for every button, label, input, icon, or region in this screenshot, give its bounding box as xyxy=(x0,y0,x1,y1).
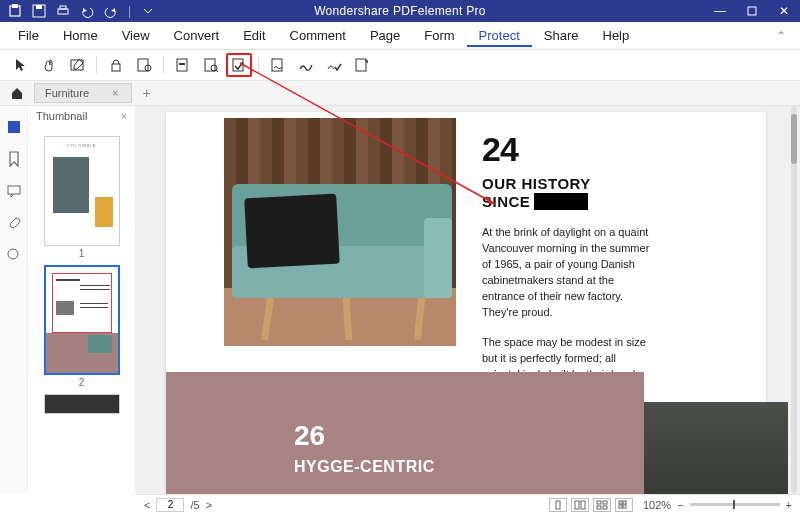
menu-form[interactable]: Form xyxy=(412,24,466,47)
svg-rect-33 xyxy=(623,501,626,504)
permissions-button[interactable] xyxy=(131,53,157,77)
clear-signatures-button[interactable] xyxy=(349,53,375,77)
print-icon[interactable] xyxy=(56,4,70,18)
svg-rect-5 xyxy=(60,6,66,9)
maximize-button[interactable] xyxy=(736,0,768,22)
page-content: 24 OUR HISTORY SINCE At the brink of day… xyxy=(166,112,766,494)
svg-rect-17 xyxy=(272,59,282,71)
add-tab-button[interactable]: + xyxy=(132,85,160,101)
title-bar: | Wondershare PDFelement Pro — ✕ xyxy=(0,0,800,22)
validate-signatures-button[interactable] xyxy=(321,53,347,77)
zoom-out-button[interactable]: − xyxy=(677,499,683,511)
menu-file[interactable]: File xyxy=(6,24,51,47)
menu-convert[interactable]: Convert xyxy=(162,24,232,47)
toolbar-separator xyxy=(163,56,164,74)
zoom-level-label: 102% xyxy=(643,499,671,511)
svg-rect-30 xyxy=(597,506,601,509)
svg-rect-8 xyxy=(112,64,120,71)
qat-dropdown-icon[interactable] xyxy=(141,4,155,18)
apply-redaction-button[interactable] xyxy=(226,53,252,77)
svg-rect-21 xyxy=(8,186,20,194)
prev-page-button[interactable]: < xyxy=(144,499,150,511)
svg-rect-20 xyxy=(8,121,20,133)
next-page-button[interactable]: > xyxy=(206,499,212,511)
page-total-label: /5 xyxy=(190,499,199,511)
zoom-control: 102% − + xyxy=(643,499,792,511)
edit-tool-button[interactable] xyxy=(64,53,90,77)
thumbnail-page-1[interactable]: COLOMBIA 1 xyxy=(44,136,120,259)
collapse-ribbon-icon[interactable]: ⌃ xyxy=(768,29,794,43)
thumbnail-number: 1 xyxy=(44,248,120,259)
view-mode-group xyxy=(549,498,633,512)
mark-redaction-button[interactable] xyxy=(170,53,196,77)
protect-toolbar xyxy=(0,50,800,80)
thumbnail-view-button[interactable] xyxy=(615,498,633,512)
search-redact-button[interactable] xyxy=(198,53,224,77)
svg-rect-1 xyxy=(12,4,18,8)
bookmarks-rail-button[interactable] xyxy=(5,150,23,168)
svg-rect-4 xyxy=(58,9,68,14)
select-tool-button[interactable] xyxy=(8,53,34,77)
svg-rect-31 xyxy=(603,506,607,509)
password-button[interactable] xyxy=(103,53,129,77)
minimize-button[interactable]: — xyxy=(704,0,736,22)
save-icon[interactable] xyxy=(32,4,46,18)
svg-rect-25 xyxy=(556,501,560,509)
window-title: Wondershare PDFelement Pro xyxy=(314,4,486,18)
zoom-slider[interactable] xyxy=(690,503,780,506)
body-paragraph-1: At the brink of daylight on a quaint Van… xyxy=(482,225,658,321)
attachments-rail-button[interactable] xyxy=(5,214,23,232)
text-column: 24 OUR HISTORY SINCE At the brink of day… xyxy=(482,130,742,382)
heading-line-1: OUR HISTORY xyxy=(482,175,591,192)
svg-rect-3 xyxy=(36,5,42,9)
search-rail-button[interactable] xyxy=(5,246,23,264)
window-controls: — ✕ xyxy=(704,0,800,22)
menu-edit[interactable]: Edit xyxy=(231,24,277,47)
page-number-large: 24 xyxy=(482,130,742,169)
undo-icon[interactable] xyxy=(80,4,94,18)
page-number-input[interactable] xyxy=(156,498,184,512)
close-tab-button[interactable]: × xyxy=(109,87,121,99)
svg-rect-27 xyxy=(581,501,585,509)
thumbnail-page-3[interactable] xyxy=(44,394,120,414)
hand-tool-button[interactable] xyxy=(36,53,62,77)
menu-home[interactable]: Home xyxy=(51,24,110,47)
document-tab[interactable]: Furniture × xyxy=(34,83,132,103)
signature-button[interactable] xyxy=(293,53,319,77)
svg-point-22 xyxy=(8,249,18,259)
single-page-view-button[interactable] xyxy=(549,498,567,512)
zoom-in-button[interactable]: + xyxy=(786,499,792,511)
page-navigator: < /5 > xyxy=(144,498,212,512)
app-logo-icon xyxy=(8,4,22,18)
redo-icon[interactable] xyxy=(104,4,118,18)
thumbnails-panel: Thumbnail × COLOMBIA 1 xyxy=(28,106,136,494)
comments-rail-button[interactable] xyxy=(5,182,23,200)
close-panel-button[interactable]: × xyxy=(121,110,127,122)
sign-document-button[interactable] xyxy=(265,53,291,77)
hero-image xyxy=(224,118,456,346)
qat-divider: | xyxy=(128,4,131,18)
svg-rect-28 xyxy=(597,501,601,504)
thumbnails-rail-button[interactable] xyxy=(5,118,23,136)
svg-rect-18 xyxy=(356,59,366,71)
vertical-scrollbar[interactable] xyxy=(788,106,800,494)
menu-share[interactable]: Share xyxy=(532,24,591,47)
menu-protect[interactable]: Protect xyxy=(467,24,532,47)
menu-view[interactable]: View xyxy=(110,24,162,47)
redaction-mark[interactable] xyxy=(534,193,588,210)
menu-help[interactable]: Help xyxy=(591,24,642,47)
svg-rect-35 xyxy=(623,505,626,508)
band-text: 26 HYGGE-CENTRIC xyxy=(294,420,435,476)
side-rail xyxy=(0,106,28,494)
thumbnails-header: Thumbnail × xyxy=(28,106,135,126)
menu-comment[interactable]: Comment xyxy=(278,24,358,47)
continuous-view-button[interactable] xyxy=(571,498,589,512)
thumb-heading: COLOMBIA xyxy=(51,143,113,148)
home-tab-button[interactable] xyxy=(6,82,28,104)
close-button[interactable]: ✕ xyxy=(768,0,800,22)
document-tab-label: Furniture xyxy=(45,87,89,99)
menu-page[interactable]: Page xyxy=(358,24,412,47)
thumbnail-page-2[interactable]: 2 xyxy=(44,265,120,388)
two-page-view-button[interactable] xyxy=(593,498,611,512)
document-viewer[interactable]: 24 OUR HISTORY SINCE At the brink of day… xyxy=(136,106,800,494)
